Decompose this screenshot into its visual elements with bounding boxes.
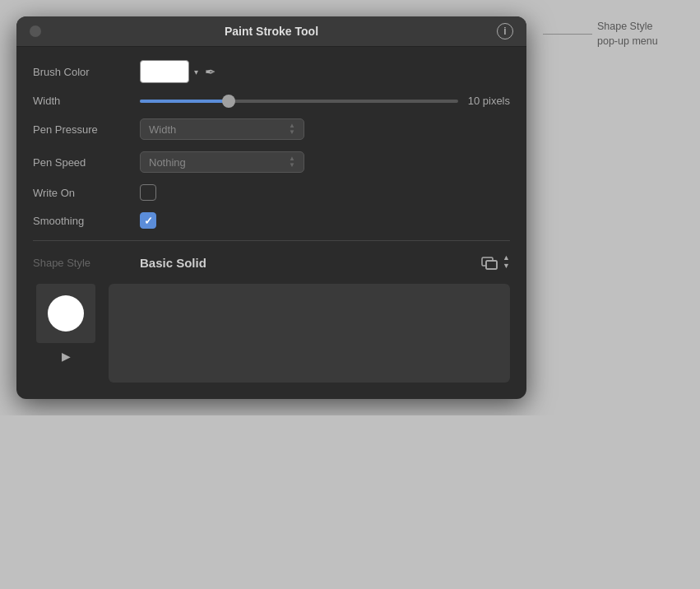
- shape-style-popup[interactable]: ▲ ▼: [480, 253, 510, 272]
- title-bar: Paint Stroke Tool i: [16, 16, 526, 47]
- width-label: Width: [33, 95, 140, 107]
- stroke-preview: [109, 284, 510, 383]
- write-on-label: Write On: [33, 187, 140, 199]
- brush-color-label: Brush Color: [33, 66, 140, 78]
- panel-content: Brush Color ▾ ✒ Width 10 pixels Pen Pre: [16, 47, 526, 399]
- shape-style-icon: [480, 253, 499, 272]
- brush-circle: [48, 295, 84, 332]
- color-dropdown-arrow[interactable]: ▾: [194, 67, 198, 77]
- paint-stroke-tool-panel: Paint Stroke Tool i Brush Color ▾ ✒ Widt…: [16, 16, 526, 399]
- smoothing-checkbox[interactable]: ✓: [140, 212, 156, 229]
- shape-style-popup-arrows: ▲ ▼: [503, 254, 510, 271]
- info-button[interactable]: i: [497, 23, 513, 39]
- width-slider-container: 10 pixels: [140, 95, 510, 107]
- write-on-checkbox[interactable]: [140, 184, 156, 201]
- brush-preview: ▶: [33, 284, 99, 383]
- pen-pressure-arrows: ▲ ▼: [289, 123, 295, 136]
- brush-swatch: [36, 284, 95, 343]
- pen-speed-label: Pen Speed: [33, 156, 140, 169]
- color-swatch[interactable]: [140, 60, 189, 83]
- play-button[interactable]: ▶: [62, 350, 71, 363]
- smoothing-row: Smoothing ✓: [33, 212, 510, 229]
- pen-pressure-value: Width: [149, 123, 176, 136]
- preview-area: ▶: [33, 284, 510, 383]
- annotation-text: Shape Style pop-up menu: [597, 20, 658, 49]
- write-on-row: Write On: [33, 184, 510, 201]
- pen-speed-value: Nothing: [149, 156, 186, 169]
- annotation-line: [543, 34, 592, 35]
- width-slider-thumb[interactable]: [222, 95, 235, 108]
- checkmark-icon: ✓: [144, 215, 153, 227]
- pen-speed-row: Pen Speed Nothing ▲ ▼: [33, 151, 510, 173]
- annotation-block: Shape Style pop-up menu: [543, 16, 658, 49]
- brush-color-row: Brush Color ▾ ✒: [33, 60, 510, 83]
- pen-speed-arrows: ▲ ▼: [289, 155, 295, 169]
- basic-solid-label: Basic Solid: [140, 256, 480, 270]
- pen-speed-select[interactable]: Nothing ▲ ▼: [140, 151, 304, 173]
- svg-rect-1: [486, 261, 497, 269]
- width-slider-track[interactable]: [140, 100, 458, 103]
- shape-style-label: Shape Style: [33, 257, 140, 269]
- traffic-light-close[interactable]: [30, 26, 41, 37]
- pen-pressure-label: Pen Pressure: [33, 123, 140, 136]
- smoothing-label: Smoothing: [33, 215, 140, 227]
- divider: [33, 240, 510, 241]
- pen-pressure-row: Pen Pressure Width ▲ ▼: [33, 118, 510, 140]
- width-row: Width 10 pixels: [33, 95, 510, 107]
- width-slider-fill: [140, 100, 229, 103]
- window-title: Paint Stroke Tool: [225, 25, 318, 38]
- pen-pressure-select[interactable]: Width ▲ ▼: [140, 118, 304, 140]
- shape-style-row: Shape Style Basic Solid ▲ ▼: [33, 253, 510, 272]
- eyedropper-icon[interactable]: ✒: [205, 64, 216, 80]
- width-value: 10 pixels: [468, 95, 510, 107]
